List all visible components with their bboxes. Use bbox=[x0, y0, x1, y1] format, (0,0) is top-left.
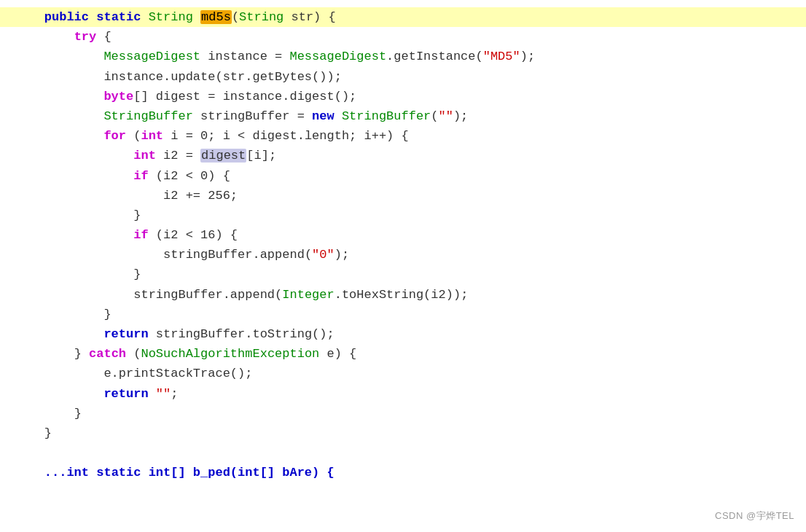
append-0-close: ); bbox=[334, 248, 349, 262]
type-integer: Integer bbox=[282, 288, 334, 302]
kw-int2: int bbox=[133, 149, 156, 163]
line-14: } bbox=[0, 265, 806, 284]
string-empty2: "" bbox=[156, 387, 171, 401]
line-24: ...int static int[] b_ped(int[] bAre) { bbox=[0, 463, 806, 482]
line-16: } bbox=[0, 305, 806, 324]
type-stringbuffer2: StringBuffer bbox=[342, 109, 431, 123]
sb-append-0: stringBuffer.append( bbox=[163, 248, 312, 262]
method-name-highlight: md5s bbox=[200, 10, 232, 24]
kw-if2: if bbox=[133, 228, 148, 242]
line-11: } bbox=[0, 206, 806, 225]
kw-byte: byte bbox=[103, 90, 133, 103]
type-msgdigest: MessageDigest bbox=[103, 50, 200, 63]
watermark: CSDN @宇烨TEL bbox=[715, 509, 794, 523]
semi: ; bbox=[171, 387, 178, 401]
string-empty: "" bbox=[439, 109, 453, 123]
line-7: for (int i = 0; i < digest.length; i++) … bbox=[0, 126, 806, 146]
byte-array: [] digest = instance.digest(); bbox=[133, 90, 356, 103]
for-init: i = 0; i < digest.length; i++) { bbox=[163, 129, 409, 143]
kw-new: new bbox=[312, 109, 334, 123]
type-string2: String bbox=[239, 10, 283, 24]
for-open: ( bbox=[126, 129, 141, 143]
kw-return2: return bbox=[103, 387, 148, 401]
line-9: if (i2 < 0) { bbox=[0, 166, 806, 186]
if2-open: (i2 < 16) { bbox=[149, 228, 238, 242]
line-22: } bbox=[0, 423, 806, 443]
line-17: return stringBuffer.toString(); bbox=[0, 324, 806, 344]
sb-open: ( bbox=[431, 109, 438, 123]
line-13: stringBuffer.append("0"); bbox=[0, 245, 806, 265]
i2-assign: i2 = bbox=[156, 149, 200, 163]
kw-try: try bbox=[74, 30, 97, 44]
stringbuffer-assign: stringBuffer = bbox=[193, 109, 312, 123]
line-1: public static String md5s(String str) { bbox=[0, 7, 806, 27]
type-stringbuffer: StringBuffer bbox=[103, 109, 192, 123]
next-method-hint: ...int static int[] b_ped(int[] bAre) { bbox=[44, 466, 334, 480]
brace-close-2: } bbox=[133, 267, 141, 281]
sb-append-hex-open: stringBuffer.append( bbox=[133, 288, 282, 302]
space2 bbox=[149, 387, 156, 401]
i2-index: [i]; bbox=[246, 149, 276, 163]
try-brace: { bbox=[96, 30, 111, 44]
param-str: str) { bbox=[283, 10, 335, 24]
catch-params: ( bbox=[126, 347, 141, 361]
line-3: MessageDigest instance = MessageDigest.g… bbox=[0, 47, 806, 66]
msgdigest-assign: instance = bbox=[200, 50, 289, 63]
digest-highlight: digest bbox=[200, 149, 246, 163]
kw-if1: if bbox=[133, 169, 148, 183]
line-10: i2 += 256; bbox=[0, 186, 806, 206]
return-sb: stringBuffer.toString(); bbox=[149, 327, 334, 341]
sb-close: ); bbox=[453, 109, 468, 123]
line-2: try { bbox=[0, 27, 806, 47]
params: ( bbox=[232, 10, 239, 24]
line-20: return ""; bbox=[0, 384, 806, 404]
line-6: StringBuffer stringBuffer = new StringBu… bbox=[0, 106, 806, 126]
type-string: String bbox=[149, 10, 193, 24]
if1-open: (i2 < 0) { bbox=[149, 169, 230, 183]
brace-close-5: } bbox=[74, 407, 82, 420]
kw-int: int bbox=[141, 129, 163, 143]
line-19: e.printStackTrace(); bbox=[0, 364, 806, 383]
getinstance: .getInstance( bbox=[386, 50, 483, 63]
line-5: byte[] digest = instance.digest(); bbox=[0, 87, 806, 106]
line-23-empty bbox=[0, 443, 806, 463]
kw-public: public bbox=[44, 10, 89, 24]
brace-close-3: } bbox=[103, 308, 111, 321]
kw-catch: catch bbox=[89, 347, 126, 361]
line-12: if (i2 < 16) { bbox=[0, 225, 806, 245]
brace-close-1: } bbox=[133, 208, 141, 222]
catch-e: e) { bbox=[319, 347, 356, 361]
space bbox=[334, 109, 342, 123]
line-15: stringBuffer.append(Integer.toHexString(… bbox=[0, 285, 806, 305]
kw-return1: return bbox=[103, 327, 148, 341]
type-exception: NoSuchAlgorithmException bbox=[141, 347, 319, 361]
line-21: } bbox=[0, 404, 806, 423]
line-8: int i2 = digest[i]; bbox=[0, 146, 806, 165]
brace-close-4: } bbox=[74, 347, 89, 361]
i2-plus: i2 += 256; bbox=[163, 189, 238, 203]
kw-for: for bbox=[103, 129, 126, 143]
close-paren-semi: ); bbox=[520, 50, 535, 63]
line-4: instance.update(str.getBytes()); bbox=[0, 67, 806, 87]
line-18: } catch (NoSuchAlgorithmException e) { bbox=[0, 344, 806, 364]
instance-update: instance.update(str.getBytes()); bbox=[103, 70, 341, 84]
string-zero: "0" bbox=[312, 248, 334, 262]
print-stack: e.printStackTrace(); bbox=[103, 367, 252, 380]
string-md5: "MD5" bbox=[483, 50, 520, 63]
brace-close-6: } bbox=[44, 426, 52, 440]
tohex: .toHexString(i2)); bbox=[334, 288, 469, 302]
code-block: public static String md5s(String str) { … bbox=[0, 0, 806, 490]
code-container: public static String md5s(String str) { … bbox=[0, 0, 806, 532]
kw-static: static bbox=[96, 10, 141, 24]
type-msgdigest2: MessageDigest bbox=[289, 50, 386, 63]
